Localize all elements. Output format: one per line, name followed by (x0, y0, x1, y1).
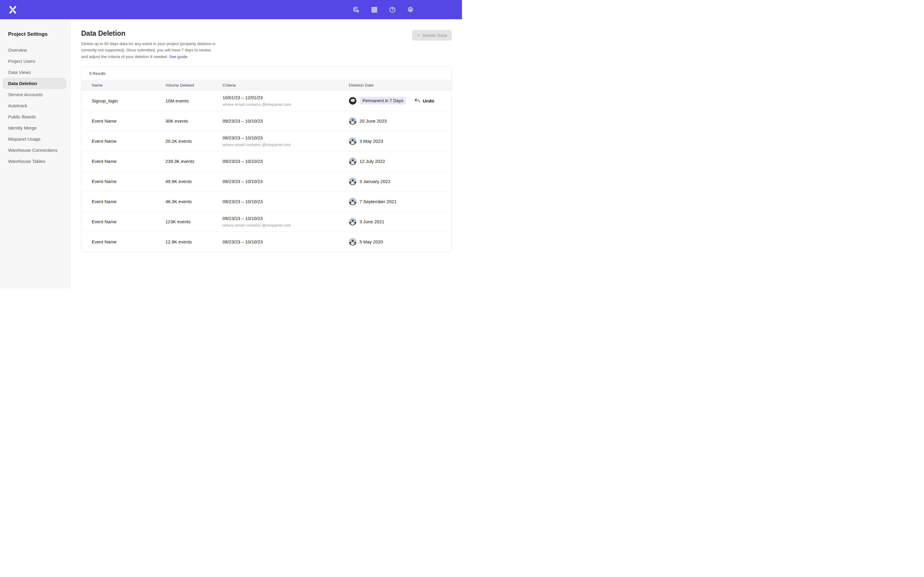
cell-event-name: Event Name (92, 199, 165, 204)
deletion-date-text: 20 June 2023 (359, 118, 387, 124)
user-avatar (349, 117, 356, 125)
cell-volume-deleted: 48.3K events (165, 199, 223, 204)
cell-criteria: 09/23/23 – 10/10/23 (223, 236, 349, 248)
cell-criteria: 10/01/23 – 12/01/23where email contains … (223, 92, 349, 110)
project-settings-sidebar: Project Settings OverviewProject UsersDa… (0, 19, 71, 288)
sidebar-item-data-views[interactable]: Data Views (3, 67, 66, 78)
table-row: Event Name49.9K events09/23/23 – 10/10/2… (81, 171, 451, 192)
cell-deletion-date: 3 June 2021 (349, 218, 451, 226)
cell-event-name: Event Name (92, 239, 165, 244)
cell-volume-deleted: 10M events (165, 98, 223, 103)
deletion-date-text: 3 June 2021 (359, 219, 384, 224)
user-avatar (349, 137, 356, 145)
page-title: Data Deletion (81, 29, 217, 37)
cell-volume-deleted: 239.3K events (165, 159, 223, 164)
criteria-date-range: 09/23/23 – 10/10/23 (223, 199, 349, 204)
cell-event-name: Event Name (92, 139, 165, 143)
table-row: Event Name123K events09/23/23 – 10/10/23… (81, 211, 451, 232)
deletion-date-text: 12 July 2022 (359, 159, 385, 164)
criteria-where-clause: where email contains @mixpanel.com (223, 223, 349, 227)
sidebar-item-mixpanel-usage[interactable]: Mixpanel Usage (3, 134, 66, 145)
cell-event-name: Event Name (92, 219, 165, 224)
sidebar-nav: OverviewProject UsersData ViewsData Dele… (0, 45, 70, 167)
delete-data-label: Delete Data (422, 33, 447, 38)
page-description: Delete up to 90 days data for any event … (81, 40, 217, 60)
topbar (0, 0, 462, 19)
delete-data-button[interactable]: + Delete Data (412, 30, 452, 40)
user-avatar (349, 97, 356, 105)
column-header-name: Name (92, 83, 165, 87)
table-row: Event Name30K events09/23/23 – 10/10/232… (81, 111, 451, 131)
undo-button[interactable]: Undo (415, 98, 434, 103)
sidebar-item-data-deletion[interactable]: Data Deletion (3, 78, 66, 89)
mixpanel-logo[interactable] (9, 6, 17, 14)
cell-deletion-date: 3 May 2023 (349, 137, 451, 145)
user-avatar (349, 218, 356, 226)
cell-volume-deleted: 12.9K events (165, 239, 223, 244)
settings-icon[interactable] (407, 6, 414, 13)
sidebar-item-warehouse-connections[interactable]: Warehouse Connections (3, 145, 66, 156)
cell-criteria: 09/23/23 – 10/10/23where email contains … (223, 213, 349, 231)
deletion-date-text: 3 January 2022 (359, 179, 391, 184)
criteria-date-range: 09/23/23 – 10/10/23 (223, 179, 349, 184)
user-avatar (349, 238, 356, 245)
table-header-row: Name Volume Deleted Criteria Deletion Da… (81, 80, 451, 91)
cell-deletion-date: 5 May 2020 (349, 238, 451, 245)
see-guide-link[interactable]: See guide (169, 55, 187, 59)
cell-deletion-date: 7 September 2021 (349, 198, 451, 205)
sidebar-item-public-boards[interactable]: Public Boards (3, 111, 66, 122)
data-management-icon[interactable] (352, 6, 360, 13)
cell-volume-deleted: 30K events (165, 118, 223, 124)
criteria-date-range: 09/23/23 – 10/10/23 (223, 159, 349, 164)
topbar-icons (352, 6, 414, 13)
cell-event-name: Signup_login (92, 98, 165, 103)
column-header-criteria: Criteria (223, 83, 349, 87)
table-body: Signup_login10M events10/01/23 – 12/01/2… (81, 91, 451, 252)
sidebar-item-identity-merge[interactable]: Identity Merge (3, 122, 66, 134)
criteria-date-range: 09/23/23 – 10/10/23 (223, 118, 349, 124)
cell-event-name: Event Name (92, 118, 165, 124)
user-avatar (349, 158, 356, 165)
sidebar-item-warehouse-tables[interactable]: Warehouse Tables (3, 156, 66, 167)
cell-criteria: 09/23/23 – 10/10/23 (223, 115, 349, 127)
plus-icon: + (417, 33, 420, 38)
deletion-date-text: 7 September 2021 (359, 199, 396, 204)
table-row: Event Name239.3K events09/23/23 – 10/10/… (81, 151, 451, 171)
cell-volume-deleted: 49.9K events (165, 179, 223, 184)
criteria-where-clause: where email contains @mixpanel.com (223, 142, 349, 147)
column-header-volume-deleted: Volume Deleted (165, 83, 223, 87)
cell-deletion-date: Permanent in 7 DaysUndo (349, 97, 451, 105)
deletions-table-card: 5 Results Name Volume Deleted Criteria D… (81, 66, 452, 252)
cell-deletion-date: 20 June 2023 (349, 117, 451, 125)
permanent-in-7-days-badge: Permanent in 7 Days (360, 97, 406, 105)
cell-criteria: 09/23/23 – 10/10/23 (223, 155, 349, 167)
user-avatar (349, 177, 356, 185)
cell-deletion-date: 12 July 2022 (349, 158, 451, 165)
cell-event-name: Event Name (92, 159, 165, 164)
criteria-date-range: 09/23/23 – 10/10/23 (223, 216, 349, 221)
cell-volume-deleted: 123K events (165, 219, 223, 224)
deletion-date-text: 5 May 2020 (359, 239, 383, 244)
cell-criteria: 09/23/23 – 10/10/23where email contains … (223, 132, 349, 150)
sidebar-item-service-accounts[interactable]: Service Accounts (3, 89, 66, 100)
sidebar-item-overview[interactable]: Overview (3, 45, 66, 56)
deletion-date-text: 3 May 2023 (359, 139, 383, 143)
apps-grid-icon[interactable] (371, 6, 378, 13)
sidebar-item-autotrack[interactable]: Autotrack (3, 100, 66, 111)
cell-criteria: 09/23/23 – 10/10/23 (223, 176, 349, 187)
results-count: 5 Results (81, 67, 451, 80)
help-icon[interactable] (389, 6, 396, 13)
criteria-date-range: 10/01/23 – 12/01/23 (223, 95, 349, 100)
criteria-where-clause: where email contains @mixpanel.com (223, 102, 349, 107)
sidebar-item-project-users[interactable]: Project Users (3, 56, 66, 67)
undo-icon (415, 98, 420, 103)
table-row: Event Name48.3K events09/23/23 – 10/10/2… (81, 192, 451, 211)
sidebar-title: Project Settings (0, 31, 70, 37)
criteria-date-range: 09/23/23 – 10/10/23 (223, 239, 349, 244)
user-avatar (349, 198, 356, 205)
cell-volume-deleted: 20.2K events (165, 139, 223, 143)
table-row: Event Name20.2K events09/23/23 – 10/10/2… (81, 131, 451, 151)
column-header-deletion-date: Deletion Date (349, 83, 451, 87)
main-content: Data Deletion Delete up to 90 days data … (71, 19, 462, 288)
criteria-date-range: 09/23/23 – 10/10/23 (223, 135, 349, 140)
